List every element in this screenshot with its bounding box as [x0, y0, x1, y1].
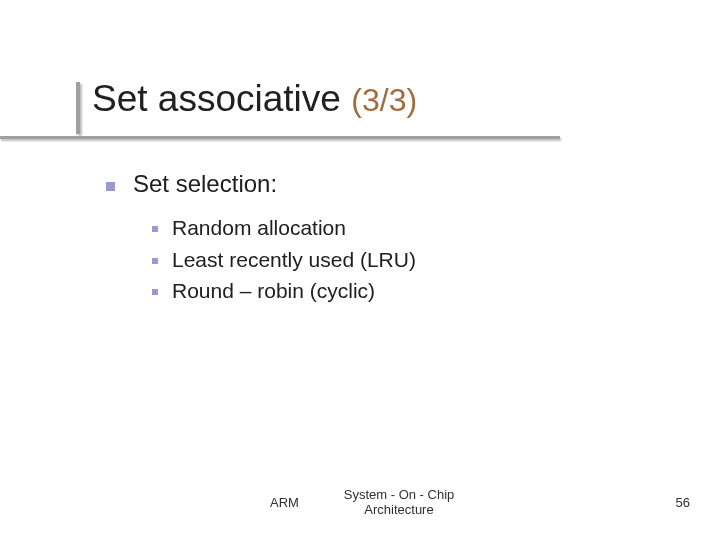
slide-body: Set selection: Random allocation Least r… [106, 170, 666, 307]
sub-list: Random allocation Least recently used (L… [152, 212, 666, 307]
footer-center: System - On - Chip Architecture [324, 487, 474, 518]
slide: Set associative (3/3) Set selection: Ran… [0, 0, 720, 540]
list-item: Least recently used (LRU) [152, 244, 666, 276]
item-text: Random allocation [172, 216, 346, 239]
list-item: Random allocation [152, 212, 666, 244]
square-bullet-icon [152, 258, 158, 264]
square-bullet-icon [152, 226, 158, 232]
square-bullet-icon [106, 182, 115, 191]
square-bullet-icon [152, 289, 158, 295]
title-count: (3/3) [351, 82, 417, 118]
item-text: Round – robin (cyclic) [172, 279, 375, 302]
list-item: Round – robin (cyclic) [152, 275, 666, 307]
heading-text: Set selection: [133, 170, 277, 197]
slide-title: Set associative (3/3) [92, 78, 417, 120]
footer-line2: Architecture [364, 502, 433, 517]
title-main: Set associative [92, 78, 341, 119]
page-number: 56 [676, 495, 690, 510]
item-text: Least recently used (LRU) [172, 248, 416, 271]
list-item: Set selection: [106, 170, 666, 198]
footer-line1: System - On - Chip [344, 487, 455, 502]
title-underline [0, 136, 560, 139]
footer-left: ARM [270, 495, 299, 510]
title-accent-bar [76, 82, 80, 134]
